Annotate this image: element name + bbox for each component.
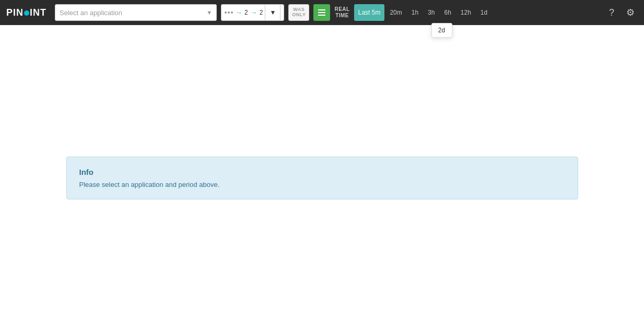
- time-btn-6h[interactable]: 6h: [440, 4, 455, 21]
- gear-icon: ⚙: [626, 7, 635, 18]
- main-content: Info Please select an application and pe…: [0, 25, 644, 331]
- was-only-button[interactable]: WASONLY: [288, 4, 309, 21]
- time-dropdown: 2d: [431, 23, 452, 38]
- time-dropdown-2d[interactable]: 2d: [432, 23, 452, 37]
- chevron-down-icon2: ▼: [270, 9, 276, 16]
- time-btn-12h[interactable]: 12h: [456, 4, 475, 21]
- connection-count1: 2: [244, 9, 248, 16]
- real-time-label: REAL TIME: [334, 4, 349, 21]
- time-btn-1d[interactable]: 1d: [476, 4, 491, 21]
- info-title: Info: [79, 168, 565, 176]
- time-btn-last5m[interactable]: Last 5m: [354, 4, 385, 21]
- nav-right: ? ⚙: [604, 5, 638, 20]
- info-box: Info Please select an application and pe…: [66, 157, 578, 199]
- arrow-right-icon2: →: [250, 8, 257, 17]
- help-button[interactable]: ?: [604, 5, 619, 20]
- logo: PININT: [6, 7, 46, 18]
- logo-text: PININT: [6, 7, 46, 18]
- arrow-right-icon: →: [235, 8, 242, 17]
- dots-icon: [225, 11, 233, 14]
- real-time-line2: TIME: [335, 13, 349, 19]
- connection-count2: 2: [260, 9, 263, 16]
- chevron-down-icon: ▼: [206, 9, 212, 16]
- real-time-line1: REAL: [334, 6, 349, 13]
- list-icon: [318, 9, 325, 16]
- connection-dropdown[interactable]: ▼: [265, 4, 280, 21]
- app-selector[interactable]: Select an application ▼: [55, 4, 217, 21]
- navbar: PININT Select an application ▼ → 2 → 2 ▼…: [0, 0, 644, 25]
- settings-button[interactable]: ⚙: [623, 5, 638, 20]
- was-only-label: WASONLY: [292, 7, 306, 18]
- time-btn-3h[interactable]: 3h: [424, 4, 439, 21]
- help-icon: ?: [609, 7, 614, 18]
- app-selector-text: Select an application: [60, 9, 204, 17]
- time-buttons: Last 5m 20m 1h 3h 6h 12h 1d 2d: [354, 4, 492, 21]
- time-btn-1h[interactable]: 1h: [407, 4, 423, 21]
- time-btn-20m[interactable]: 20m: [385, 4, 406, 21]
- logo-dot: [24, 10, 29, 16]
- info-message: Please select an application and period …: [79, 181, 565, 188]
- list-view-button[interactable]: [313, 4, 330, 21]
- connection-badge[interactable]: → 2 → 2 ▼: [221, 4, 284, 21]
